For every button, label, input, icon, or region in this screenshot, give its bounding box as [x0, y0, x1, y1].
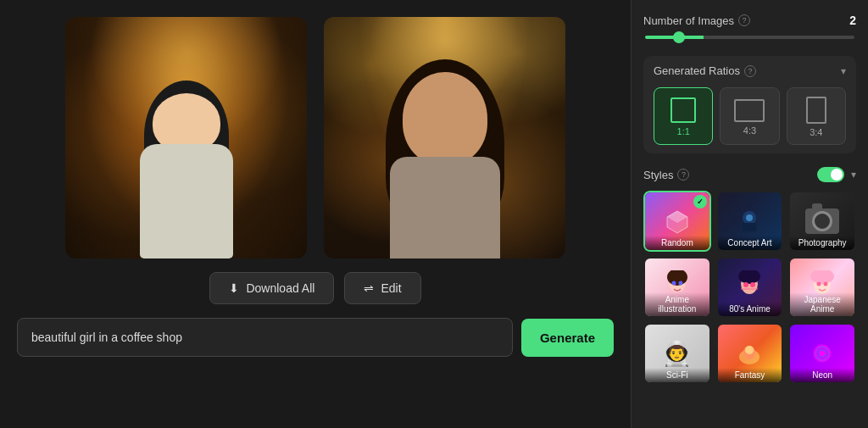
number-of-images-value: 2 [849, 14, 856, 27]
number-of-images-slider[interactable] [645, 36, 854, 39]
ratio-portrait-icon [806, 97, 826, 124]
style-photography-card[interactable]: Photography [788, 191, 856, 252]
generated-ratios-help-icon[interactable]: ? [744, 65, 756, 77]
style-scifi-card[interactable]: 👨‍🚀 Sci-Fi [643, 323, 711, 384]
generated-ratios-header[interactable]: Generated Ratios ? ▾ [654, 64, 846, 77]
random-cube-icon [665, 208, 690, 234]
style-fantasy-name: Fantasy [718, 368, 782, 382]
80s-anime-icon [734, 270, 765, 304]
styles-help-icon[interactable]: ? [677, 169, 689, 181]
styles-label: Styles [643, 169, 673, 181]
action-buttons: ⬇ Download All ⇌ Edit [209, 272, 420, 304]
style-photography-name: Photography [790, 236, 854, 250]
anime-body [140, 144, 233, 258]
photo-body [390, 157, 500, 258]
download-all-label: Download All [246, 281, 314, 295]
style-japanese-anime-card[interactable]: Japanese Anime [788, 257, 856, 318]
style-80s-anime-name: 80's Anime [718, 302, 782, 316]
styles-header: Styles ? ▾ [643, 167, 856, 182]
generate-button[interactable]: Generate [521, 319, 614, 357]
astronaut-icon: 👨‍🚀 [662, 340, 692, 368]
ratio-3-4-button[interactable]: 3:4 [787, 87, 846, 145]
style-80s-anime-card[interactable]: 80's Anime [716, 257, 784, 318]
fantasy-icon [736, 340, 763, 367]
edit-icon: ⇌ [364, 281, 374, 295]
number-of-images-help-icon[interactable]: ? [738, 14, 750, 26]
number-of-images-label: Number of Images [643, 14, 734, 27]
prompt-input[interactable] [17, 318, 513, 357]
style-concept-art-name: Concept Art [718, 236, 782, 250]
styles-chevron-icon: ▾ [851, 169, 856, 181]
ratio-4-3-button[interactable]: 4:3 [720, 87, 779, 145]
style-scifi-name: Sci-Fi [645, 368, 709, 382]
generated-ratios-section: Generated Ratios ? ▾ 1:1 4:3 [643, 56, 856, 153]
style-japanese-anime-name: Japanese Anime [790, 292, 854, 316]
svg-point-12 [750, 282, 755, 287]
edit-button[interactable]: ⇌ Edit [344, 272, 420, 304]
generated-ratios-chevron-icon: ▾ [841, 65, 846, 77]
style-anime-illustration-card[interactable]: Anime illustration [643, 257, 711, 318]
svg-point-8 [678, 281, 682, 286]
generated-image-2 [324, 17, 565, 258]
style-neon-card[interactable]: Neon [788, 323, 856, 384]
number-of-images-header: Number of Images ? 2 [643, 14, 856, 27]
right-panel: Number of Images ? 2 Generated Ratios ? … [631, 0, 868, 428]
svg-point-4 [746, 214, 753, 221]
edit-label: Edit [381, 281, 401, 295]
download-all-button[interactable]: ⬇ Download All [209, 272, 334, 304]
generated-ratios-label: Generated Ratios [654, 64, 740, 77]
ratio-3-4-label: 3:4 [810, 127, 822, 137]
svg-point-11 [743, 282, 748, 287]
generated-image-1 [65, 17, 307, 258]
ratio-square-icon [670, 97, 696, 123]
ratio-options: 1:1 4:3 3:4 [654, 87, 846, 145]
svg-point-23 [820, 351, 825, 356]
ratio-1-1-label: 1:1 [677, 126, 690, 136]
prompt-row: Generate [17, 318, 614, 357]
download-icon: ⬇ [229, 281, 239, 295]
style-fantasy-card[interactable]: Fantasy [716, 323, 784, 384]
style-neon-name: Neon [790, 368, 854, 382]
svg-point-17 [824, 282, 828, 286]
style-concept-art-card[interactable]: Concept Art [716, 191, 784, 252]
svg-point-16 [817, 282, 821, 286]
ratio-4-3-label: 4:3 [743, 125, 756, 136]
styles-toggle[interactable] [817, 167, 844, 182]
number-of-images-slider-wrapper [643, 27, 856, 42]
style-random-name: Random [645, 236, 709, 250]
svg-point-7 [671, 281, 676, 286]
images-row [17, 17, 614, 258]
svg-point-15 [810, 270, 834, 284]
style-random-check: ✓ [693, 195, 707, 208]
number-of-images-section: Number of Images ? 2 [643, 14, 856, 42]
photo-face [403, 72, 487, 165]
generate-label: Generate [540, 331, 595, 345]
left-panel: ⬇ Download All ⇌ Edit Generate [0, 0, 631, 428]
camera-icon [805, 208, 839, 234]
ratio-landscape-icon [734, 99, 765, 122]
ratio-1-1-button[interactable]: 1:1 [654, 87, 713, 145]
style-grid: Random ✓ Concept Art Pho [643, 191, 856, 384]
neon-icon [809, 340, 836, 367]
concept-art-icon [736, 208, 763, 235]
styles-section: Styles ? ▾ Random ✓ [643, 167, 856, 384]
style-random-card[interactable]: Random ✓ [643, 191, 711, 252]
svg-point-20 [745, 346, 754, 354]
style-anime-illustration-name: Anime illustration [645, 292, 709, 316]
svg-rect-3 [743, 223, 756, 231]
